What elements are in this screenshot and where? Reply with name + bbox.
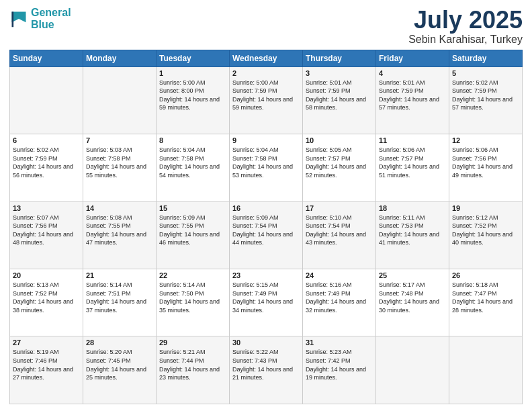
cell-info: Sunrise: 5:01 AM Sunset: 7:59 PM Dayligh… — [306, 79, 373, 112]
calendar-week-row: 1Sunrise: 5:00 AM Sunset: 8:00 PM Daylig… — [10, 66, 523, 134]
calendar-cell: 20Sunrise: 5:13 AM Sunset: 7:52 PM Dayli… — [10, 269, 83, 336]
calendar-cell — [376, 336, 449, 404]
day-number: 17 — [306, 204, 373, 212]
day-number: 29 — [159, 338, 226, 347]
logo-text: General Blue — [31, 7, 71, 30]
calendar-cell: 6Sunrise: 5:02 AM Sunset: 7:59 PM Daylig… — [10, 134, 83, 201]
calendar-cell: 29Sunrise: 5:21 AM Sunset: 7:44 PM Dayli… — [157, 336, 230, 404]
calendar-cell: 16Sunrise: 5:09 AM Sunset: 7:54 PM Dayli… — [230, 201, 303, 269]
calendar-cell: 11Sunrise: 5:06 AM Sunset: 7:57 PM Dayli… — [376, 134, 449, 201]
day-number: 6 — [13, 136, 80, 144]
day-number: 19 — [452, 204, 519, 212]
calendar-table: SundayMondayTuesdayWednesdayThursdayFrid… — [9, 50, 523, 404]
calendar-cell: 3Sunrise: 5:01 AM Sunset: 7:59 PM Daylig… — [303, 66, 376, 134]
day-number: 14 — [86, 204, 153, 212]
calendar-cell: 13Sunrise: 5:07 AM Sunset: 7:56 PM Dayli… — [10, 201, 83, 269]
cell-info: Sunrise: 5:16 AM Sunset: 7:49 PM Dayligh… — [306, 281, 373, 314]
cell-info: Sunrise: 5:02 AM Sunset: 7:59 PM Dayligh… — [13, 146, 80, 179]
title-block: July 2025 Sebin Karahisar, Turkey — [408, 7, 523, 46]
weekday-header: Sunday — [10, 50, 83, 66]
cell-info: Sunrise: 5:09 AM Sunset: 7:55 PM Dayligh… — [159, 214, 226, 247]
calendar-cell: 24Sunrise: 5:16 AM Sunset: 7:49 PM Dayli… — [303, 269, 376, 336]
cell-info: Sunrise: 5:19 AM Sunset: 7:46 PM Dayligh… — [13, 348, 80, 381]
weekday-header: Thursday — [303, 50, 376, 66]
logo: General Blue — [9, 7, 71, 30]
weekday-header: Friday — [376, 50, 449, 66]
cell-info: Sunrise: 5:13 AM Sunset: 7:52 PM Dayligh… — [13, 281, 80, 314]
cell-info: Sunrise: 5:18 AM Sunset: 7:47 PM Dayligh… — [452, 281, 519, 314]
day-number: 31 — [306, 338, 373, 347]
calendar-cell: 31Sunrise: 5:23 AM Sunset: 7:42 PM Dayli… — [303, 336, 376, 404]
cell-info: Sunrise: 5:00 AM Sunset: 7:59 PM Dayligh… — [232, 79, 300, 112]
calendar-cell: 9Sunrise: 5:04 AM Sunset: 7:58 PM Daylig… — [230, 134, 303, 201]
cell-info: Sunrise: 5:23 AM Sunset: 7:42 PM Dayligh… — [306, 348, 373, 381]
cell-info: Sunrise: 5:11 AM Sunset: 7:53 PM Dayligh… — [379, 214, 446, 247]
calendar-cell: 1Sunrise: 5:00 AM Sunset: 8:00 PM Daylig… — [157, 66, 230, 134]
calendar-cell: 21Sunrise: 5:14 AM Sunset: 7:51 PM Dayli… — [83, 269, 157, 336]
page: General Blue July 2025 Sebin Karahisar, … — [0, 0, 532, 411]
day-number: 23 — [232, 271, 300, 279]
month-title: July 2025 — [408, 7, 523, 34]
calendar-week-row: 6Sunrise: 5:02 AM Sunset: 7:59 PM Daylig… — [10, 134, 523, 201]
day-number: 3 — [306, 69, 373, 77]
day-number: 22 — [159, 271, 226, 279]
day-number: 12 — [452, 136, 519, 144]
cell-info: Sunrise: 5:21 AM Sunset: 7:44 PM Dayligh… — [159, 348, 226, 381]
cell-info: Sunrise: 5:04 AM Sunset: 7:58 PM Dayligh… — [159, 146, 226, 179]
day-number: 18 — [379, 204, 446, 212]
cell-info: Sunrise: 5:15 AM Sunset: 7:49 PM Dayligh… — [232, 281, 300, 314]
cell-info: Sunrise: 5:01 AM Sunset: 7:59 PM Dayligh… — [379, 79, 446, 112]
day-number: 11 — [379, 136, 446, 144]
calendar-cell: 18Sunrise: 5:11 AM Sunset: 7:53 PM Dayli… — [376, 201, 449, 269]
cell-info: Sunrise: 5:07 AM Sunset: 7:56 PM Dayligh… — [13, 214, 80, 247]
cell-info: Sunrise: 5:14 AM Sunset: 7:50 PM Dayligh… — [159, 281, 226, 314]
svg-rect-2 — [12, 11, 14, 27]
day-number: 8 — [159, 136, 226, 144]
cell-info: Sunrise: 5:20 AM Sunset: 7:45 PM Dayligh… — [86, 348, 153, 381]
calendar-cell — [10, 66, 83, 134]
weekday-header: Monday — [83, 50, 157, 66]
day-number: 1 — [159, 69, 226, 77]
day-number: 5 — [452, 69, 519, 77]
calendar-cell — [449, 336, 523, 404]
calendar-cell: 17Sunrise: 5:10 AM Sunset: 7:54 PM Dayli… — [303, 201, 376, 269]
cell-info: Sunrise: 5:04 AM Sunset: 7:58 PM Dayligh… — [232, 146, 300, 179]
logo-line2: Blue — [31, 19, 54, 30]
cell-info: Sunrise: 5:02 AM Sunset: 7:59 PM Dayligh… — [452, 79, 519, 112]
day-number: 27 — [13, 338, 80, 347]
cell-info: Sunrise: 5:10 AM Sunset: 7:54 PM Dayligh… — [306, 214, 373, 247]
cell-info: Sunrise: 5:22 AM Sunset: 7:43 PM Dayligh… — [232, 348, 300, 381]
day-number: 2 — [232, 69, 300, 77]
day-number: 15 — [159, 204, 226, 212]
calendar-cell: 15Sunrise: 5:09 AM Sunset: 7:55 PM Dayli… — [157, 201, 230, 269]
weekday-header: Tuesday — [157, 50, 230, 66]
calendar-cell: 19Sunrise: 5:12 AM Sunset: 7:52 PM Dayli… — [449, 201, 523, 269]
calendar-cell: 27Sunrise: 5:19 AM Sunset: 7:46 PM Dayli… — [10, 336, 83, 404]
cell-info: Sunrise: 5:12 AM Sunset: 7:52 PM Dayligh… — [452, 214, 519, 247]
cell-info: Sunrise: 5:08 AM Sunset: 7:55 PM Dayligh… — [86, 214, 153, 247]
cell-info: Sunrise: 5:05 AM Sunset: 7:57 PM Dayligh… — [306, 146, 373, 179]
calendar-cell: 26Sunrise: 5:18 AM Sunset: 7:47 PM Dayli… — [449, 269, 523, 336]
weekday-header: Wednesday — [230, 50, 303, 66]
day-number: 21 — [86, 271, 153, 279]
day-number: 7 — [86, 136, 153, 144]
calendar-cell: 5Sunrise: 5:02 AM Sunset: 7:59 PM Daylig… — [449, 66, 523, 134]
cell-info: Sunrise: 5:00 AM Sunset: 8:00 PM Dayligh… — [159, 79, 226, 112]
calendar-cell: 7Sunrise: 5:03 AM Sunset: 7:58 PM Daylig… — [83, 134, 157, 201]
cell-info: Sunrise: 5:17 AM Sunset: 7:48 PM Dayligh… — [379, 281, 446, 314]
header: General Blue July 2025 Sebin Karahisar, … — [9, 7, 523, 46]
day-number: 4 — [379, 69, 446, 77]
calendar-cell: 8Sunrise: 5:04 AM Sunset: 7:58 PM Daylig… — [157, 134, 230, 201]
calendar-cell: 4Sunrise: 5:01 AM Sunset: 7:59 PM Daylig… — [376, 66, 449, 134]
day-number: 30 — [232, 338, 300, 347]
calendar-cell: 10Sunrise: 5:05 AM Sunset: 7:57 PM Dayli… — [303, 134, 376, 201]
calendar-cell: 25Sunrise: 5:17 AM Sunset: 7:48 PM Dayli… — [376, 269, 449, 336]
cell-info: Sunrise: 5:06 AM Sunset: 7:56 PM Dayligh… — [452, 146, 519, 179]
day-number: 10 — [306, 136, 373, 144]
weekday-header-row: SundayMondayTuesdayWednesdayThursdayFrid… — [10, 50, 523, 66]
day-number: 24 — [306, 271, 373, 279]
logo-icon — [9, 9, 28, 28]
day-number: 16 — [232, 204, 300, 212]
cell-info: Sunrise: 5:06 AM Sunset: 7:57 PM Dayligh… — [379, 146, 446, 179]
calendar-cell: 28Sunrise: 5:20 AM Sunset: 7:45 PM Dayli… — [83, 336, 157, 404]
